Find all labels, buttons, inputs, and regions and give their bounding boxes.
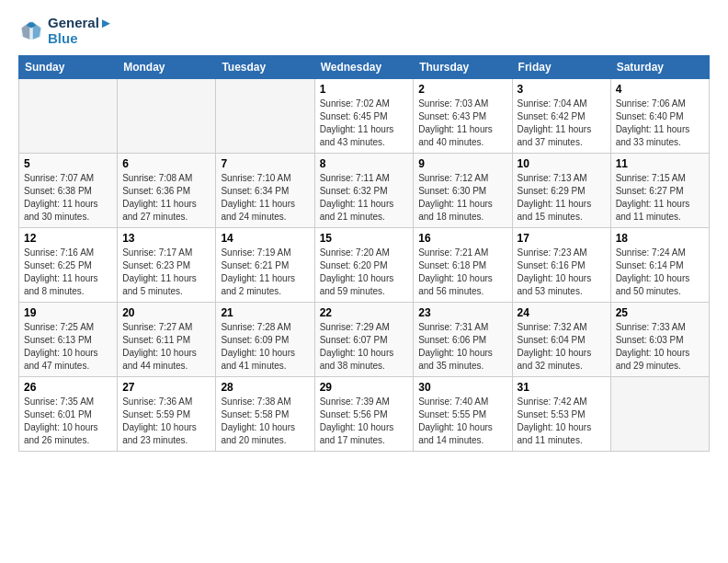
- day-number: 4: [616, 83, 704, 96]
- calendar-cell: 2Sunrise: 7:03 AM Sunset: 6:43 PM Daylig…: [414, 79, 512, 154]
- calendar-week-row: 5Sunrise: 7:07 AM Sunset: 6:38 PM Daylig…: [19, 154, 710, 228]
- day-info: Sunrise: 7:11 AM Sunset: 6:32 PM Dayligh…: [320, 172, 409, 224]
- day-number: 11: [616, 157, 704, 170]
- day-info: Sunrise: 7:39 AM Sunset: 5:56 PM Dayligh…: [320, 396, 409, 447]
- calendar-cell: 17Sunrise: 7:23 AM Sunset: 6:16 PM Dayli…: [512, 228, 610, 303]
- day-info: Sunrise: 7:08 AM Sunset: 6:36 PM Dayligh…: [122, 172, 210, 224]
- weekday-header-wednesday: Wednesday: [314, 56, 414, 79]
- calendar-cell: 15Sunrise: 7:20 AM Sunset: 6:20 PM Dayli…: [314, 228, 414, 303]
- day-info: Sunrise: 7:32 AM Sunset: 6:04 PM Dayligh…: [518, 321, 606, 373]
- page-container: General► Blue SundayMondayTuesdayWednesd…: [0, 0, 728, 461]
- calendar-cell: 6Sunrise: 7:08 AM Sunset: 6:36 PM Daylig…: [118, 154, 216, 228]
- calendar-cell: 20Sunrise: 7:27 AM Sunset: 6:11 PM Dayli…: [118, 303, 216, 377]
- logo: General► Blue: [18, 15, 113, 46]
- calendar-cell: 23Sunrise: 7:31 AM Sunset: 6:06 PM Dayli…: [414, 303, 512, 377]
- day-number: 17: [518, 232, 606, 245]
- day-number: 22: [320, 306, 409, 319]
- calendar-cell: 22Sunrise: 7:29 AM Sunset: 6:07 PM Dayli…: [314, 303, 414, 377]
- day-number: 31: [518, 381, 606, 394]
- calendar-cell: 18Sunrise: 7:24 AM Sunset: 6:14 PM Dayli…: [610, 228, 709, 303]
- weekday-header-thursday: Thursday: [414, 56, 512, 79]
- header: General► Blue: [18, 15, 710, 46]
- weekday-header-row: SundayMondayTuesdayWednesdayThursdayFrid…: [19, 56, 710, 79]
- day-number: 5: [24, 157, 112, 170]
- day-number: 16: [418, 232, 506, 245]
- day-info: Sunrise: 7:13 AM Sunset: 6:29 PM Dayligh…: [518, 172, 606, 224]
- day-number: 8: [320, 157, 409, 170]
- calendar-cell: 28Sunrise: 7:38 AM Sunset: 5:58 PM Dayli…: [216, 377, 314, 452]
- day-number: 29: [320, 381, 409, 394]
- day-info: Sunrise: 7:28 AM Sunset: 6:09 PM Dayligh…: [221, 321, 309, 373]
- day-info: Sunrise: 7:17 AM Sunset: 6:23 PM Dayligh…: [122, 247, 210, 298]
- weekday-header-tuesday: Tuesday: [216, 56, 314, 79]
- calendar-cell: 16Sunrise: 7:21 AM Sunset: 6:18 PM Dayli…: [414, 228, 512, 303]
- day-info: Sunrise: 7:12 AM Sunset: 6:30 PM Dayligh…: [418, 172, 506, 224]
- day-info: Sunrise: 7:23 AM Sunset: 6:16 PM Dayligh…: [518, 247, 606, 298]
- day-info: Sunrise: 7:19 AM Sunset: 6:21 PM Dayligh…: [221, 247, 309, 298]
- day-info: Sunrise: 7:20 AM Sunset: 6:20 PM Dayligh…: [320, 247, 409, 298]
- day-number: 2: [418, 83, 506, 96]
- day-number: 1: [320, 83, 409, 96]
- day-info: Sunrise: 7:38 AM Sunset: 5:58 PM Dayligh…: [221, 396, 309, 447]
- calendar-cell: [610, 377, 709, 452]
- calendar-week-row: 19Sunrise: 7:25 AM Sunset: 6:13 PM Dayli…: [19, 303, 710, 377]
- calendar-cell: [19, 79, 118, 154]
- day-info: Sunrise: 7:04 AM Sunset: 6:42 PM Dayligh…: [518, 98, 606, 149]
- day-info: Sunrise: 7:40 AM Sunset: 5:55 PM Dayligh…: [418, 396, 506, 447]
- calendar-cell: 13Sunrise: 7:17 AM Sunset: 6:23 PM Dayli…: [118, 228, 216, 303]
- calendar-cell: [118, 79, 216, 154]
- day-number: 25: [616, 306, 704, 319]
- day-number: 12: [24, 232, 112, 245]
- day-number: 13: [122, 232, 210, 245]
- day-info: Sunrise: 7:15 AM Sunset: 6:27 PM Dayligh…: [616, 172, 704, 224]
- calendar-cell: 30Sunrise: 7:40 AM Sunset: 5:55 PM Dayli…: [414, 377, 512, 452]
- calendar-cell: 9Sunrise: 7:12 AM Sunset: 6:30 PM Daylig…: [414, 154, 512, 228]
- day-info: Sunrise: 7:03 AM Sunset: 6:43 PM Dayligh…: [418, 98, 506, 149]
- day-number: 26: [24, 381, 112, 394]
- calendar-cell: 3Sunrise: 7:04 AM Sunset: 6:42 PM Daylig…: [512, 79, 610, 154]
- weekday-header-friday: Friday: [512, 56, 610, 79]
- calendar-table: SundayMondayTuesdayWednesdayThursdayFrid…: [18, 55, 710, 452]
- day-info: Sunrise: 7:16 AM Sunset: 6:25 PM Dayligh…: [24, 247, 112, 298]
- day-number: 9: [418, 157, 506, 170]
- calendar-cell: 11Sunrise: 7:15 AM Sunset: 6:27 PM Dayli…: [610, 154, 709, 228]
- day-info: Sunrise: 7:24 AM Sunset: 6:14 PM Dayligh…: [616, 247, 704, 298]
- day-number: 24: [518, 306, 606, 319]
- calendar-cell: 8Sunrise: 7:11 AM Sunset: 6:32 PM Daylig…: [314, 154, 414, 228]
- calendar-week-row: 1Sunrise: 7:02 AM Sunset: 6:45 PM Daylig…: [19, 79, 710, 154]
- day-number: 10: [518, 157, 606, 170]
- logo-text: General► Blue: [48, 15, 113, 46]
- day-number: 23: [418, 306, 506, 319]
- calendar-cell: 24Sunrise: 7:32 AM Sunset: 6:04 PM Dayli…: [512, 303, 610, 377]
- day-number: 19: [24, 306, 112, 319]
- day-info: Sunrise: 7:10 AM Sunset: 6:34 PM Dayligh…: [221, 172, 309, 224]
- calendar-cell: 29Sunrise: 7:39 AM Sunset: 5:56 PM Dayli…: [314, 377, 414, 452]
- calendar-week-row: 26Sunrise: 7:35 AM Sunset: 6:01 PM Dayli…: [19, 377, 710, 452]
- calendar-cell: [216, 79, 314, 154]
- calendar-cell: 10Sunrise: 7:13 AM Sunset: 6:29 PM Dayli…: [512, 154, 610, 228]
- calendar-cell: 25Sunrise: 7:33 AM Sunset: 6:03 PM Dayli…: [610, 303, 709, 377]
- calendar-cell: 12Sunrise: 7:16 AM Sunset: 6:25 PM Dayli…: [19, 228, 118, 303]
- calendar-cell: 19Sunrise: 7:25 AM Sunset: 6:13 PM Dayli…: [19, 303, 118, 377]
- calendar-cell: 31Sunrise: 7:42 AM Sunset: 5:53 PM Dayli…: [512, 377, 610, 452]
- calendar-cell: 4Sunrise: 7:06 AM Sunset: 6:40 PM Daylig…: [610, 79, 709, 154]
- weekday-header-sunday: Sunday: [19, 56, 118, 79]
- day-number: 28: [221, 381, 309, 394]
- calendar-week-row: 12Sunrise: 7:16 AM Sunset: 6:25 PM Dayli…: [19, 228, 710, 303]
- day-info: Sunrise: 7:42 AM Sunset: 5:53 PM Dayligh…: [518, 396, 606, 447]
- day-number: 6: [122, 157, 210, 170]
- day-number: 20: [122, 306, 210, 319]
- day-number: 30: [418, 381, 506, 394]
- weekday-header-monday: Monday: [118, 56, 216, 79]
- calendar-cell: 5Sunrise: 7:07 AM Sunset: 6:38 PM Daylig…: [19, 154, 118, 228]
- day-info: Sunrise: 7:07 AM Sunset: 6:38 PM Dayligh…: [24, 172, 112, 224]
- weekday-header-saturday: Saturday: [610, 56, 709, 79]
- day-info: Sunrise: 7:25 AM Sunset: 6:13 PM Dayligh…: [24, 321, 112, 373]
- calendar-cell: 26Sunrise: 7:35 AM Sunset: 6:01 PM Dayli…: [19, 377, 118, 452]
- day-info: Sunrise: 7:31 AM Sunset: 6:06 PM Dayligh…: [418, 321, 506, 373]
- day-number: 15: [320, 232, 409, 245]
- day-info: Sunrise: 7:02 AM Sunset: 6:45 PM Dayligh…: [320, 98, 409, 149]
- calendar-cell: 27Sunrise: 7:36 AM Sunset: 5:59 PM Dayli…: [118, 377, 216, 452]
- logo-icon: [18, 17, 44, 43]
- day-info: Sunrise: 7:29 AM Sunset: 6:07 PM Dayligh…: [320, 321, 409, 373]
